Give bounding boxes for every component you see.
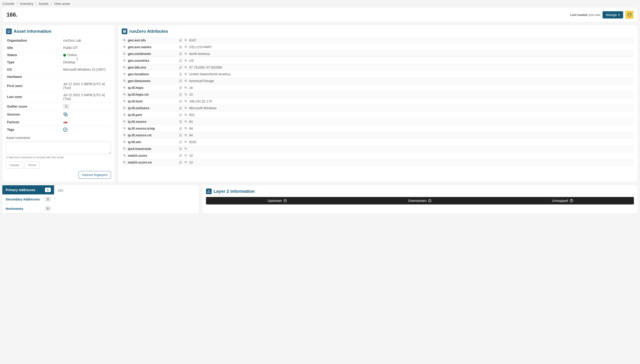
svg-line-91 — [125, 102, 126, 102]
asset-comments-input[interactable] — [6, 142, 111, 154]
address-tab[interactable]: Primary Addresses1 — [2, 185, 54, 195]
refresh-button[interactable] — [625, 11, 633, 19]
search-key-icon[interactable] — [123, 72, 126, 76]
search-key-icon[interactable] — [123, 120, 126, 124]
search-value-icon[interactable] — [184, 52, 188, 56]
svg-marker-180 — [207, 190, 210, 192]
svg-rect-139 — [180, 134, 182, 136]
svg-rect-121 — [180, 120, 182, 122]
search-value-icon[interactable] — [184, 160, 188, 164]
copy-icon[interactable] — [179, 133, 183, 137]
svg-line-127 — [125, 129, 126, 129]
reset-button[interactable]: Reset — [25, 162, 40, 169]
search-key-icon[interactable] — [123, 93, 126, 96]
svg-line-37 — [125, 61, 126, 62]
svg-line-141 — [186, 136, 187, 136]
search-value-icon[interactable] — [184, 133, 188, 137]
copy-icon[interactable] — [179, 140, 183, 144]
search-key-icon[interactable] — [123, 133, 126, 137]
search-key-icon[interactable] — [123, 147, 126, 151]
search-value-icon[interactable] — [184, 147, 188, 151]
copy-icon[interactable] — [179, 147, 183, 151]
page-title: 166. — [7, 12, 18, 18]
attribute-key: ip.ttl.source.icmp — [128, 126, 155, 130]
search-key-icon[interactable] — [123, 86, 126, 90]
search-value-icon[interactable] — [184, 38, 188, 42]
search-value-icon[interactable] — [184, 154, 188, 158]
copy-icon[interactable] — [179, 38, 183, 42]
copy-icon[interactable] — [179, 86, 183, 90]
search-value-icon[interactable] — [184, 93, 188, 96]
address-tab[interactable]: Hostnames5 — [2, 204, 54, 213]
copy-icon[interactable] — [179, 113, 183, 117]
search-key-icon[interactable] — [123, 38, 126, 42]
search-value-icon[interactable] — [184, 86, 188, 90]
search-key-icon[interactable] — [123, 160, 126, 164]
copy-icon[interactable] — [179, 59, 183, 62]
svg-rect-5 — [123, 30, 124, 31]
search-value-icon[interactable] — [184, 45, 188, 49]
attribute-value: United States/North America — [189, 72, 231, 76]
copy-icon[interactable] — [179, 100, 183, 103]
search-key-icon[interactable] — [123, 126, 126, 130]
copy-icon[interactable] — [179, 52, 183, 56]
copy-icon[interactable] — [179, 45, 183, 49]
asset-info-value — [62, 110, 111, 118]
copy-icon[interactable] — [179, 66, 183, 69]
breadcrumb-inventory[interactable]: Inventory — [20, 2, 34, 6]
breadcrumb-console[interactable]: Console — [2, 2, 14, 6]
search-key-icon[interactable] — [123, 52, 126, 56]
attribute-row: geo.continentsNorth America — [122, 50, 634, 57]
search-key-icon[interactable] — [123, 66, 126, 69]
copy-icon[interactable] — [179, 72, 183, 76]
asset-info-value: Jul 12 2022 2:38PM [UTC-4] (Tue) — [62, 80, 111, 92]
search-value-icon[interactable] — [184, 79, 188, 83]
copy-icon[interactable] — [179, 120, 183, 124]
svg-rect-8 — [125, 32, 126, 32]
asset-comments-label: Asset comments — [6, 136, 111, 140]
improve-fingerprint-button[interactable]: Improve fingerprint — [79, 171, 111, 179]
update-button[interactable]: Update — [6, 162, 23, 169]
asset-info-key: Sources — [6, 110, 62, 118]
search-value-icon[interactable] — [184, 120, 188, 124]
search-value-icon[interactable] — [184, 113, 188, 117]
addresses-card: Primary Addresses1Secondary Addresses3Ho… — [2, 185, 199, 213]
search-value-icon[interactable] — [184, 126, 188, 130]
breadcrumb-assets[interactable]: Assets — [39, 2, 49, 6]
asset-info-title: Asset information — [14, 29, 52, 34]
svg-rect-31 — [180, 53, 182, 54]
search-key-icon[interactable] — [123, 113, 126, 117]
svg-line-78 — [186, 88, 187, 89]
add-tag-button[interactable]: + — [63, 128, 68, 132]
copy-icon[interactable] — [179, 79, 183, 83]
search-key-icon[interactable] — [123, 59, 126, 62]
copy-icon[interactable] — [179, 160, 183, 164]
layer2-downstream-col[interactable]: Downstream — [349, 197, 491, 204]
copy-icon[interactable] — [179, 154, 183, 158]
search-value-icon[interactable] — [184, 59, 188, 62]
attribute-value: 502 — [189, 113, 195, 117]
asset-info-value[interactable]: Jul 12 2022 2:54PM [UTC-4] (Tue) — [62, 92, 111, 102]
svg-line-163 — [125, 156, 126, 156]
search-value-icon[interactable] — [184, 72, 188, 76]
search-value-icon[interactable] — [184, 106, 188, 110]
search-key-icon[interactable] — [123, 45, 126, 49]
manage-button[interactable]: Manage ▾ — [602, 11, 623, 18]
copy-icon[interactable] — [179, 126, 183, 130]
copy-icon[interactable] — [179, 93, 183, 96]
asset-info-value: Public OT — [62, 44, 111, 52]
search-key-icon[interactable] — [123, 106, 126, 110]
layer2-unmapped-col[interactable]: Unmapped — [491, 197, 634, 204]
search-value-icon[interactable] — [184, 66, 188, 69]
copy-icon[interactable] — [179, 106, 183, 110]
search-key-icon[interactable] — [123, 79, 126, 83]
search-value-icon[interactable] — [184, 140, 188, 144]
search-key-icon[interactable] — [123, 100, 126, 103]
layer2-upstream-col[interactable]: Upstream — [206, 197, 349, 204]
attribute-key: geo.locations — [128, 72, 149, 76]
search-value-icon[interactable] — [184, 100, 188, 103]
svg-line-118 — [125, 122, 126, 122]
search-key-icon[interactable] — [123, 154, 126, 158]
search-key-icon[interactable] — [123, 140, 126, 144]
address-tab[interactable]: Secondary Addresses3 — [2, 195, 54, 204]
